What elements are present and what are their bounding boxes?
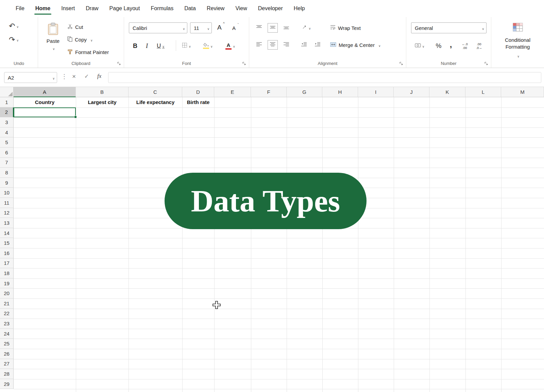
- fill-handle[interactable]: [74, 116, 77, 118]
- number-format-select[interactable]: General: [411, 22, 487, 33]
- align-bottom-button[interactable]: [281, 23, 291, 33]
- row-header-8[interactable]: 8: [0, 168, 14, 178]
- decrease-indent-button[interactable]: [299, 40, 309, 50]
- column-header-H[interactable]: H: [322, 87, 358, 97]
- name-box[interactable]: A2: [4, 72, 57, 83]
- menu-item-file[interactable]: File: [10, 1, 30, 16]
- cell-D1[interactable]: Birth rate: [182, 97, 214, 107]
- font-size-select[interactable]: 11: [190, 22, 212, 33]
- copy-button[interactable]: Copy: [67, 35, 93, 44]
- chevron-down-icon[interactable]: [209, 42, 213, 49]
- column-header-A[interactable]: A: [14, 87, 76, 97]
- row-header-24[interactable]: 24: [0, 329, 14, 339]
- menu-item-developer[interactable]: Developer: [253, 1, 288, 16]
- conditional-formatting-button[interactable]: Conditional Formatting: [495, 21, 541, 59]
- column-header-B[interactable]: B: [76, 87, 129, 97]
- row-header-11[interactable]: 11: [0, 198, 14, 208]
- menu-item-review[interactable]: Review: [201, 1, 230, 16]
- row-header-15[interactable]: 15: [0, 238, 14, 248]
- row-header-22[interactable]: 22: [0, 309, 14, 319]
- comma-style-button[interactable]: ,: [446, 41, 455, 51]
- redo-button[interactable]: [9, 35, 19, 44]
- column-header-L[interactable]: L: [465, 87, 501, 97]
- chevron-down-icon[interactable]: [421, 43, 425, 49]
- column-header-C[interactable]: C: [129, 87, 182, 97]
- font-name-select[interactable]: Calibri: [129, 22, 187, 33]
- row-header-4[interactable]: 4: [0, 127, 14, 138]
- align-left-button[interactable]: [254, 40, 264, 50]
- column-header-G[interactable]: G: [287, 87, 322, 97]
- borders-button[interactable]: [182, 41, 191, 51]
- cancel-icon[interactable]: [72, 73, 76, 80]
- italic-button[interactable]: I: [146, 41, 148, 51]
- font-color-button[interactable]: A: [225, 41, 235, 51]
- chevron-down-icon[interactable]: [161, 42, 165, 49]
- row-header-5[interactable]: 5: [0, 137, 14, 148]
- chevron-down-icon[interactable]: [232, 42, 235, 49]
- row-header-21[interactable]: 21: [0, 299, 14, 309]
- row-header-16[interactable]: 16: [0, 248, 14, 258]
- underline-button[interactable]: U: [157, 41, 165, 51]
- menu-item-draw[interactable]: Draw: [80, 1, 104, 16]
- merge-center-button[interactable]: Merge & Center: [330, 40, 380, 50]
- increase-decimal-button[interactable]: ←.0 .00: [459, 41, 471, 51]
- insert-function-icon[interactable]: fx: [97, 73, 101, 80]
- fill-color-button[interactable]: [203, 41, 213, 51]
- chevron-down-icon[interactable]: [51, 45, 55, 51]
- row-header-20[interactable]: 20: [0, 288, 14, 299]
- row-header-18[interactable]: 18: [0, 268, 14, 278]
- accounting-format-button[interactable]: [412, 41, 427, 51]
- row-header-2[interactable]: 2: [0, 107, 14, 118]
- row-header-1[interactable]: 1: [0, 97, 14, 107]
- chevron-down-icon[interactable]: [187, 42, 191, 49]
- number-dialog-launcher-icon[interactable]: [484, 61, 489, 66]
- undo-button[interactable]: [9, 22, 19, 31]
- decrease-decimal-button[interactable]: .00 .0→: [473, 41, 485, 51]
- chevron-down-icon[interactable]: [51, 75, 55, 81]
- row-header-25[interactable]: 25: [0, 339, 14, 349]
- row-header-3[interactable]: 3: [0, 117, 14, 127]
- more-options-icon[interactable]: [61, 73, 67, 80]
- column-header-E[interactable]: E: [214, 87, 251, 97]
- column-header-D[interactable]: D: [182, 87, 214, 97]
- paste-button[interactable]: Paste: [42, 20, 64, 61]
- menu-item-formulas[interactable]: Formulas: [145, 1, 179, 16]
- alignment-dialog-launcher-icon[interactable]: [399, 61, 404, 66]
- cell-A1[interactable]: Country: [14, 97, 76, 107]
- column-header-M[interactable]: M: [501, 87, 544, 97]
- font-dialog-launcher-icon[interactable]: [242, 61, 247, 66]
- row-header-17[interactable]: 17: [0, 258, 14, 269]
- align-middle-button[interactable]: [268, 23, 278, 33]
- select-all-corner[interactable]: [0, 87, 14, 97]
- chevron-down-icon[interactable]: [89, 37, 93, 42]
- decrease-font-button[interactable]: A: [232, 25, 236, 31]
- increase-font-button[interactable]: A: [217, 24, 222, 31]
- menu-item-data[interactable]: Data: [179, 1, 201, 16]
- wrap-text-button[interactable]: Wrap Text: [330, 23, 361, 33]
- menu-item-page-layout[interactable]: Page Layout: [104, 1, 146, 16]
- orientation-button[interactable]: [299, 23, 314, 33]
- row-header-19[interactable]: 19: [0, 278, 14, 289]
- align-right-button[interactable]: [281, 40, 291, 50]
- chevron-down-icon[interactable]: [15, 37, 19, 43]
- chevron-down-icon[interactable]: [377, 42, 381, 48]
- chevron-down-icon[interactable]: [307, 25, 311, 31]
- selected-cell-A2[interactable]: [14, 107, 76, 118]
- column-header-F[interactable]: F: [251, 87, 287, 97]
- row-header-26[interactable]: 26: [0, 349, 14, 359]
- row-header-12[interactable]: 12: [0, 208, 14, 218]
- row-header-13[interactable]: 13: [0, 218, 14, 228]
- column-header-J[interactable]: J: [394, 87, 429, 97]
- row-header-27[interactable]: 27: [0, 359, 14, 369]
- row-header-29[interactable]: 29: [0, 379, 14, 389]
- menu-item-view[interactable]: View: [230, 1, 252, 16]
- format-painter-button[interactable]: Format Painter: [67, 48, 109, 56]
- percent-button[interactable]: %: [434, 41, 444, 51]
- row-header-14[interactable]: 14: [0, 228, 14, 238]
- cell-C1[interactable]: Life expectancy: [129, 97, 182, 107]
- menu-item-home[interactable]: Home: [30, 1, 56, 16]
- chevron-down-icon[interactable]: [516, 53, 520, 59]
- cell-B1[interactable]: Largest city: [76, 97, 129, 107]
- row-header-9[interactable]: 9: [0, 178, 14, 188]
- increase-indent-button[interactable]: [312, 40, 323, 50]
